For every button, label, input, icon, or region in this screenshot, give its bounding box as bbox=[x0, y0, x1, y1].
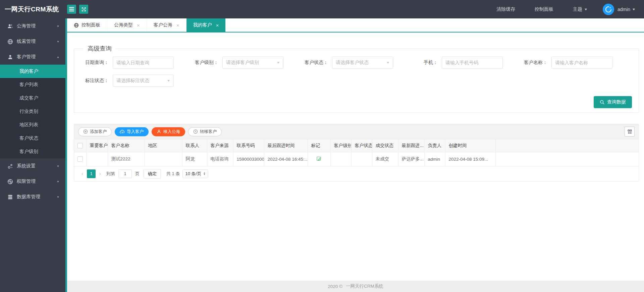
search-icon bbox=[600, 100, 605, 105]
customer-status-label: 客户状态： bbox=[300, 60, 332, 66]
col-contact: 联系人 bbox=[182, 139, 207, 152]
user-icon bbox=[7, 54, 13, 60]
goto-confirm-button[interactable]: 确定 bbox=[144, 169, 161, 178]
user-group-icon bbox=[7, 23, 13, 29]
customer-management-submenu: 我的客户 客户列表 成交客户 行业类别 地区列表 客户状态 客户级别 bbox=[0, 65, 65, 158]
sidebar-item-my-customers[interactable]: 我的客户 bbox=[0, 65, 65, 78]
cell-source: 电话咨询 bbox=[207, 152, 233, 166]
close-icon[interactable]: × bbox=[137, 23, 140, 28]
close-icon[interactable]: × bbox=[176, 23, 179, 28]
col-customer-name: 客户名称 bbox=[108, 139, 145, 152]
columns-grid-icon bbox=[627, 129, 632, 134]
customer-level-select[interactable]: 请选择客户级别 ▼ bbox=[222, 57, 283, 69]
customer-table-card: 添加客户 导入客户 移入公海 转移客户 bbox=[74, 124, 639, 181]
hamburger-icon bbox=[69, 7, 74, 11]
move-to-open-sea-button[interactable]: 移入公海 bbox=[152, 127, 185, 136]
cell-phone: 15900033000 bbox=[233, 152, 264, 166]
sidebar-item-industry-category[interactable]: 行业类别 bbox=[0, 105, 65, 118]
topbar-nav: 清除缓存 控制面板 主题▼ admin▼ bbox=[477, 4, 644, 15]
column-settings-button[interactable] bbox=[625, 127, 635, 137]
theme-menu[interactable]: 主题▼ bbox=[573, 6, 587, 12]
col-latest-follow: 最新跟进... bbox=[398, 139, 424, 152]
tab-control-panel[interactable]: 控制面板 bbox=[67, 18, 107, 32]
sidebar-item-permission-management[interactable]: 权限管理 ▼ bbox=[0, 174, 65, 189]
fullscreen-icon bbox=[82, 7, 86, 12]
query-form-row-1: 日期查询： 客户级别： 请选择客户级别 ▼ 客户状态： 请选择客户状态 bbox=[81, 57, 632, 69]
select-all-checkbox[interactable] bbox=[77, 143, 83, 148]
chevron-down-icon: ▼ bbox=[57, 180, 59, 183]
col-source: 客户来源 bbox=[207, 139, 233, 152]
plus-circle-icon bbox=[83, 129, 88, 134]
tab-bar: 控制面板 公海类型 × 客户公海 × 我的客户 × bbox=[67, 18, 644, 32]
col-level: 客户级别 bbox=[330, 139, 351, 152]
add-customer-button[interactable]: 添加客户 bbox=[78, 127, 112, 136]
sidebar-item-customer-management[interactable]: 客户管理 ▲ bbox=[0, 49, 65, 65]
mark-status-field: 标注状态： 请选择标注状态 ▼ bbox=[81, 75, 174, 87]
sidebar-item-database-management[interactable]: 数据库管理 ▼ bbox=[0, 189, 65, 205]
date-query-label: 日期查询： bbox=[81, 60, 113, 66]
col-status: 客户状态 bbox=[351, 139, 372, 152]
customer-status-select[interactable]: 请选择客户状态 ▼ bbox=[332, 57, 393, 69]
close-icon[interactable]: × bbox=[216, 23, 219, 28]
sidebar-item-customer-list[interactable]: 客户列表 bbox=[0, 78, 65, 91]
customer-level-label: 客户级别： bbox=[191, 60, 222, 66]
sidebar-item-customer-status[interactable]: 客户状态 bbox=[0, 132, 65, 145]
chevron-down-icon: ▼ bbox=[57, 25, 59, 28]
chevron-down-icon: ▼ bbox=[584, 8, 588, 11]
chevron-down-icon: ▼ bbox=[57, 40, 59, 43]
brand-logo-icon bbox=[604, 5, 612, 13]
transfer-customer-button[interactable]: 转移客户 bbox=[188, 127, 222, 136]
customer-name-input[interactable] bbox=[551, 57, 612, 69]
sidebar-item-lead-management[interactable]: 线索管理 ▼ bbox=[0, 34, 65, 49]
page-number-button[interactable]: 1 bbox=[87, 169, 96, 178]
tab-my-customers[interactable]: 我的客户 × bbox=[186, 18, 226, 32]
tab-customer-open-sea[interactable]: 客户公海 × bbox=[147, 18, 186, 32]
col-owner: 负责人 bbox=[424, 139, 445, 152]
sidebar: 公海管理 ▼ 线索管理 ▼ 客户管理 ▲ 我的客户 客户列表 成交客户 行业类别… bbox=[0, 18, 65, 292]
cell-level bbox=[330, 152, 351, 166]
sidebar-item-region-list[interactable]: 地区列表 bbox=[0, 118, 65, 132]
sidebar-item-customer-level[interactable]: 客户级别 bbox=[0, 145, 65, 158]
cell-customer-name: 测试2222 bbox=[108, 152, 145, 166]
table-toolbar: 添加客户 导入客户 移入公海 转移客户 bbox=[74, 124, 639, 139]
app-title: 一网天行CRM系统 bbox=[0, 5, 67, 14]
phone-field: 手机： bbox=[410, 57, 503, 69]
page-size-select[interactable]: 10 条/页 ▲▼ bbox=[182, 169, 208, 178]
globe-icon bbox=[74, 23, 79, 28]
customer-name-label: 客户名称： bbox=[520, 60, 551, 66]
prev-page-icon[interactable]: ‹ bbox=[78, 169, 87, 178]
query-data-button[interactable]: 查询数据 bbox=[594, 96, 632, 108]
sidebar-item-system-settings[interactable]: 系统设置 ▼ bbox=[0, 158, 65, 174]
clear-cache-link[interactable]: 清除缓存 bbox=[496, 6, 515, 12]
tab-open-sea-type[interactable]: 公海类型 × bbox=[107, 18, 147, 32]
chevron-down-icon: ▼ bbox=[632, 8, 636, 11]
col-filler bbox=[495, 139, 639, 152]
chevron-down-icon: ▼ bbox=[57, 165, 59, 168]
chevron-down-icon: ▼ bbox=[276, 61, 280, 64]
row-checkbox[interactable] bbox=[77, 156, 83, 162]
user-avatar[interactable] bbox=[603, 4, 614, 15]
cell-owner: admin bbox=[424, 152, 445, 166]
sidebar-item-closed-customers[interactable]: 成交客户 bbox=[0, 91, 65, 105]
next-page-icon[interactable]: › bbox=[96, 169, 104, 178]
edit-mark-icon[interactable] bbox=[316, 156, 322, 161]
phone-input[interactable] bbox=[442, 57, 503, 69]
sidebar-item-open-sea-management[interactable]: 公海管理 ▼ bbox=[0, 18, 65, 34]
date-query-field: 日期查询： bbox=[81, 57, 174, 69]
import-customer-button[interactable]: 导入客户 bbox=[115, 127, 149, 136]
goto-page-input[interactable] bbox=[118, 169, 132, 178]
footer-brand: 一网天行CRM系统 bbox=[346, 283, 383, 289]
collapse-menu-button[interactable] bbox=[67, 5, 76, 14]
customer-name-field: 客户名称： bbox=[520, 57, 612, 69]
fullscreen-button[interactable] bbox=[79, 5, 88, 14]
mark-status-select[interactable]: 请选择标注状态 ▼ bbox=[113, 75, 174, 87]
col-phone: 联系号码 bbox=[233, 139, 264, 152]
col-region: 地区 bbox=[145, 139, 182, 152]
cell-deal-status: 未成交 bbox=[372, 152, 398, 166]
user-menu[interactable]: admin▼ bbox=[618, 7, 635, 12]
date-query-input[interactable] bbox=[113, 57, 174, 69]
customer-level-field: 客户级别： 请选择客户级别 ▼ bbox=[191, 57, 283, 69]
cell-contact: 阿龙 bbox=[182, 152, 207, 166]
control-panel-link[interactable]: 控制面板 bbox=[535, 6, 553, 12]
cell-latest-follow: 萨达萨多... bbox=[398, 152, 424, 166]
